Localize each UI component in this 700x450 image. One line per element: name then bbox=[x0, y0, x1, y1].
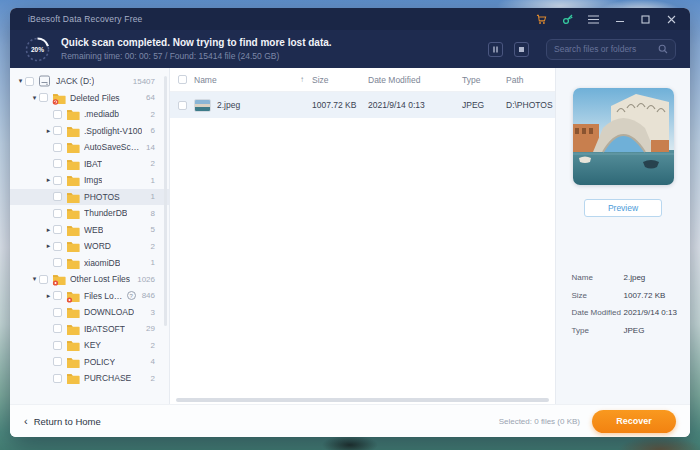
tree-item-label: PHOTOS bbox=[84, 192, 120, 202]
tree-item-count: 1 bbox=[145, 176, 155, 185]
tree-checkbox[interactable] bbox=[53, 110, 62, 119]
tree-item-count: 3 bbox=[145, 308, 155, 317]
tree-item-ibat[interactable]: IBAT2 bbox=[10, 156, 169, 173]
column-header-date[interactable]: Date Modified bbox=[368, 75, 462, 85]
folder-lost-icon bbox=[66, 290, 80, 302]
cart-icon[interactable] bbox=[535, 13, 548, 26]
tree-checkbox[interactable] bbox=[25, 77, 34, 86]
tree-item--mediadb[interactable]: .mediadb2 bbox=[10, 106, 169, 123]
detail-label: Type bbox=[572, 326, 624, 336]
tree-item-xiaomidb[interactable]: xiaomiDB1 bbox=[10, 255, 169, 272]
tree-item-policy[interactable]: POLICY4 bbox=[10, 354, 169, 371]
folder-tree: ▾JACK (D:)15407▾Deleted Files64.mediadb2… bbox=[10, 73, 169, 387]
column-header-name[interactable]: Name bbox=[194, 75, 217, 85]
detail-row: Size1007.72 KB bbox=[572, 291, 675, 301]
tree-item-label: Other Lost Files bbox=[70, 274, 130, 284]
tree-item-key[interactable]: KEY2 bbox=[10, 337, 169, 354]
tree-item-files-lost-origin-[interactable]: ▸Files Lost Origin...?846 bbox=[10, 288, 169, 305]
close-icon[interactable] bbox=[665, 13, 678, 26]
folder-tree-panel: ▾JACK (D:)15407▾Deleted Files64.mediadb2… bbox=[10, 68, 170, 404]
drive-icon bbox=[38, 75, 52, 87]
detail-label: Name bbox=[572, 273, 624, 283]
expand-down-icon[interactable]: ▾ bbox=[16, 77, 25, 85]
selection-summary: Selected: 0 files (0 KB) bbox=[499, 417, 580, 426]
tree-checkbox[interactable] bbox=[53, 291, 62, 300]
search-input[interactable] bbox=[554, 44, 658, 54]
key-icon[interactable] bbox=[561, 13, 574, 26]
column-header-type[interactable]: Type bbox=[462, 75, 506, 85]
table-row[interactable]: 2.jpeg1007.72 KB2021/9/14 0:13JPEGD:\PHO… bbox=[170, 92, 555, 118]
recover-button[interactable]: Recover bbox=[592, 410, 676, 433]
sort-up-icon[interactable]: ↑ bbox=[300, 75, 304, 84]
tree-checkbox[interactable] bbox=[53, 242, 62, 251]
expand-right-icon[interactable]: ▸ bbox=[44, 127, 53, 135]
tree-item-other-lost-files[interactable]: ▾Other Lost Files1026 bbox=[10, 271, 169, 288]
help-icon[interactable]: ? bbox=[127, 291, 136, 300]
detail-value: JPEG bbox=[624, 326, 645, 336]
pause-scan-button[interactable] bbox=[488, 42, 503, 57]
tree-checkbox[interactable] bbox=[39, 93, 48, 102]
tree-checkbox[interactable] bbox=[53, 209, 62, 218]
tree-item-autosavescan[interactable]: AutoSaveScan14 bbox=[10, 139, 169, 156]
tree-checkbox[interactable] bbox=[53, 143, 62, 152]
sidebar-scrollbar[interactable] bbox=[164, 76, 167, 326]
expand-right-icon[interactable]: ▸ bbox=[44, 292, 53, 300]
column-header-path[interactable]: Path bbox=[506, 75, 555, 85]
tree-checkbox[interactable] bbox=[53, 308, 62, 317]
tree-checkbox[interactable] bbox=[53, 176, 62, 185]
tree-item-count: 2 bbox=[145, 110, 155, 119]
search-box[interactable] bbox=[546, 39, 676, 60]
tree-checkbox[interactable] bbox=[53, 374, 62, 383]
maximize-icon[interactable] bbox=[639, 13, 652, 26]
tree-item-ibatsoft[interactable]: IBATSOFT29 bbox=[10, 321, 169, 338]
preview-button[interactable]: Preview bbox=[584, 199, 662, 217]
title-bar: iBeesoft Data Recovery Free bbox=[10, 8, 690, 30]
chevron-left-icon: ‹ bbox=[24, 415, 28, 427]
tree-item-photos[interactable]: PHOTOS1 bbox=[10, 189, 169, 206]
detail-value: 2021/9/14 0:13 bbox=[624, 308, 677, 318]
tree-checkbox[interactable] bbox=[53, 357, 62, 366]
tree-checkbox[interactable] bbox=[53, 126, 62, 135]
expand-down-icon[interactable]: ▾ bbox=[30, 94, 39, 102]
tree-item-imgs[interactable]: ▸Imgs1 bbox=[10, 172, 169, 189]
tree-checkbox[interactable] bbox=[53, 258, 62, 267]
select-all-checkbox[interactable] bbox=[178, 75, 187, 84]
tree-item-thunderdb[interactable]: ThunderDB8 bbox=[10, 205, 169, 222]
search-icon bbox=[658, 44, 668, 54]
tree-item-count: 2 bbox=[145, 374, 155, 383]
scan-banner: 20% Quick scan completed. Now trying to … bbox=[10, 30, 690, 68]
expand-right-icon[interactable]: ▸ bbox=[44, 242, 53, 250]
tree-checkbox[interactable] bbox=[53, 324, 62, 333]
tree-checkbox[interactable] bbox=[39, 275, 48, 284]
horizontal-scrollbar-thumb[interactable] bbox=[176, 398, 549, 402]
menu-icon[interactable] bbox=[587, 13, 600, 26]
folder-icon bbox=[66, 257, 80, 269]
expand-down-icon[interactable]: ▾ bbox=[30, 275, 39, 283]
tree-item-web[interactable]: ▸WEB5 bbox=[10, 222, 169, 239]
tree-checkbox[interactable] bbox=[53, 159, 62, 168]
folder-icon bbox=[66, 125, 80, 137]
tree-item-jack-d-[interactable]: ▾JACK (D:)15407 bbox=[10, 73, 169, 90]
tree-item-count: 6 bbox=[145, 126, 155, 135]
detail-row: Name2.jpeg bbox=[572, 273, 675, 283]
expand-right-icon[interactable]: ▸ bbox=[44, 176, 53, 184]
tree-checkbox[interactable] bbox=[53, 341, 62, 350]
tree-item-download[interactable]: DOWNLOAD3 bbox=[10, 304, 169, 321]
tree-item-count: 846 bbox=[136, 291, 155, 300]
return-home-button[interactable]: ‹ Return to Home bbox=[24, 415, 101, 427]
tree-item-count: 1026 bbox=[131, 275, 155, 284]
minimize-icon[interactable] bbox=[613, 13, 626, 26]
column-header-size[interactable]: Size bbox=[312, 75, 368, 85]
tree-item-purchase[interactable]: PURCHASE2 bbox=[10, 370, 169, 387]
tree-checkbox[interactable] bbox=[53, 225, 62, 234]
tree-item-label: WORD bbox=[84, 241, 111, 251]
row-checkbox[interactable] bbox=[178, 101, 187, 110]
tree-item-label: Imgs bbox=[84, 175, 102, 185]
tree-item-deleted-files[interactable]: ▾Deleted Files64 bbox=[10, 90, 169, 107]
expand-right-icon[interactable]: ▸ bbox=[44, 226, 53, 234]
detail-value: 1007.72 KB bbox=[624, 291, 666, 301]
tree-item-word[interactable]: ▸WORD2 bbox=[10, 238, 169, 255]
stop-scan-button[interactable] bbox=[514, 42, 529, 57]
tree-checkbox[interactable] bbox=[53, 192, 62, 201]
tree-item--spotlight-v100[interactable]: ▸.Spotlight-V1006 bbox=[10, 123, 169, 140]
